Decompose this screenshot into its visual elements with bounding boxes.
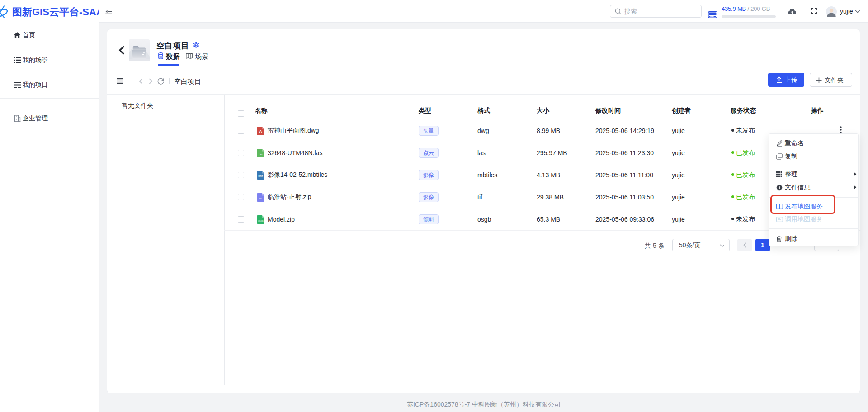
svg-text:A: A (259, 129, 262, 134)
svg-text:Las: Las (259, 153, 263, 156)
svg-text:MBT: MBT (258, 175, 263, 178)
svg-text:OSGB: OSGB (258, 220, 263, 222)
svg-text:TIF: TIF (259, 197, 263, 200)
